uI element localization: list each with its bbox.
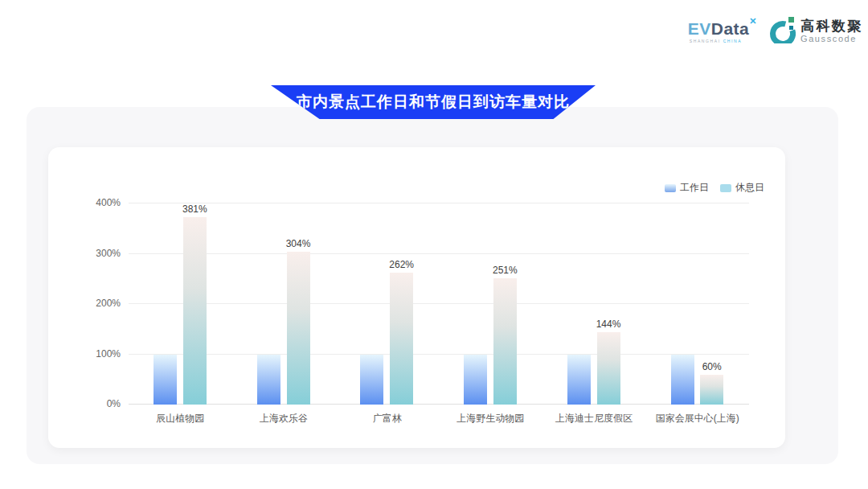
legend-label: 工作日: [680, 181, 709, 195]
bar-value-label: 262%: [389, 259, 414, 270]
bar-restday[interactable]: [390, 273, 413, 405]
gausscode-en-name: Gausscode: [800, 35, 863, 43]
gausscode-text: 高科数聚 Gausscode: [800, 19, 863, 43]
y-axis-tick: 0%: [72, 398, 121, 409]
category-label: 辰山植物园: [129, 412, 232, 425]
gausscode-cn-name: 高科数聚: [800, 19, 863, 33]
category-label: 国家会展中心(上海): [645, 412, 749, 425]
category-axis: 辰山植物园上海欢乐谷广富林上海野生动物园上海迪士尼度假区国家会展中心(上海): [129, 412, 749, 425]
bar-group: 304%: [232, 203, 336, 405]
bar-restday[interactable]: [700, 375, 723, 405]
bar-restday[interactable]: [493, 278, 517, 405]
bar-restday[interactable]: [287, 252, 310, 405]
workday-bar-column: [567, 203, 591, 405]
category-label: 上海野生动物园: [439, 412, 542, 425]
category-label: 上海欢乐谷: [232, 412, 336, 425]
legend-item-restday[interactable]: 休息日: [720, 181, 764, 195]
restday-bar-column: 60%: [700, 203, 723, 405]
evdata-x-icon: ✕: [749, 16, 757, 26]
workday-bar-column: [671, 203, 694, 405]
title-banner: 市内景点工作日和节假日到访车量对比: [271, 85, 596, 119]
workday-bar-column: [360, 203, 383, 405]
legend-item-workday[interactable]: 工作日: [665, 181, 709, 195]
banner-title: 市内景点工作日和节假日到访车量对比: [297, 92, 570, 113]
legend-swatch: [720, 184, 731, 192]
bar-value-label: 60%: [702, 361, 722, 372]
y-axis-tick: 200%: [72, 298, 121, 309]
bar-restday[interactable]: [597, 332, 620, 405]
restday-bar-column: 251%: [493, 203, 518, 405]
chart-legend: 工作日休息日: [665, 181, 764, 195]
bar-workday[interactable]: [464, 355, 487, 405]
bar-group: 262%: [335, 203, 439, 405]
bar-group: 251%: [439, 203, 542, 405]
workday-bar-column: [464, 203, 487, 405]
restday-bar-column: 144%: [596, 203, 621, 405]
evdata-wordmark: EVData✕: [688, 20, 757, 37]
bar-value-label: 251%: [493, 265, 518, 276]
chart-plot-area: 0%100%200%300%400%381%304%262%251%144%60…: [129, 203, 749, 405]
bar-workday[interactable]: [360, 355, 383, 405]
bar-value-label: 304%: [286, 238, 311, 249]
restday-bar-column: 262%: [389, 203, 414, 405]
bar-workday[interactable]: [567, 355, 591, 405]
restday-bar-column: 381%: [182, 203, 207, 405]
gausscode-g-icon: [770, 16, 796, 47]
category-label: 广富林: [335, 412, 439, 425]
bar-group: 144%: [542, 203, 646, 405]
page: EVData✕ SHANGHAI CHINA 高科数聚 Gausscode 工作…: [0, 0, 868, 489]
bar-group: 381%: [129, 203, 232, 405]
restday-bar-column: 304%: [286, 203, 311, 405]
chart-card: 工作日休息日 0%100%200%300%400%381%304%262%251…: [48, 147, 785, 448]
evdata-tagline: SHANGHAI CHINA: [688, 39, 757, 43]
logo-bar: EVData✕ SHANGHAI CHINA 高科数聚 Gausscode: [688, 16, 863, 47]
category-label: 上海迪士尼度假区: [542, 412, 646, 425]
legend-swatch: [665, 184, 676, 192]
bar-workday[interactable]: [154, 355, 177, 405]
bar-value-label: 381%: [182, 203, 207, 215]
bar-restday[interactable]: [183, 217, 207, 405]
bar-workday[interactable]: [671, 355, 694, 405]
evdata-logo: EVData✕ SHANGHAI CHINA: [688, 20, 757, 43]
y-axis-tick: 300%: [72, 248, 121, 259]
legend-label: 休息日: [735, 181, 764, 195]
bar-workday[interactable]: [257, 355, 280, 405]
bar-groups: 381%304%262%251%144%60%: [129, 203, 749, 405]
y-axis-tick: 100%: [72, 348, 121, 360]
content-panel: 工作日休息日 0%100%200%300%400%381%304%262%251…: [27, 107, 838, 464]
workday-bar-column: [154, 203, 177, 405]
bar-group: 60%: [645, 203, 749, 405]
bar-value-label: 144%: [596, 318, 621, 330]
y-axis-tick: 400%: [72, 197, 121, 208]
workday-bar-column: [257, 203, 280, 405]
gausscode-logo: 高科数聚 Gausscode: [770, 16, 863, 47]
